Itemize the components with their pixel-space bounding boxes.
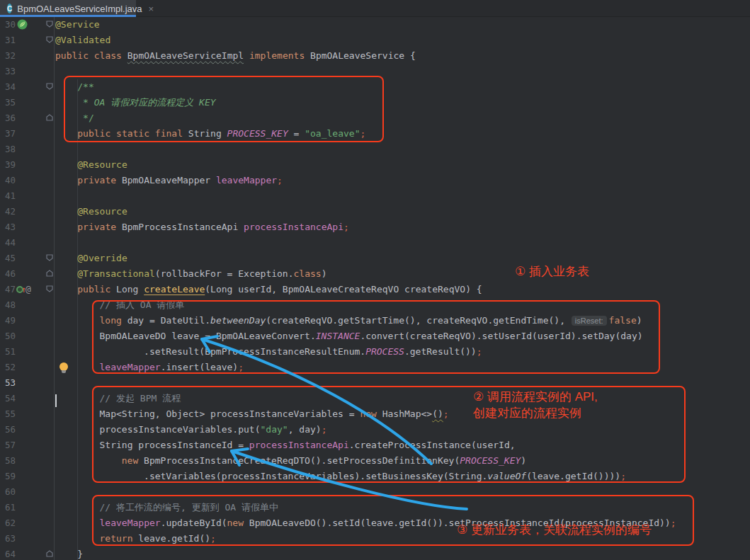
gutter-line-40[interactable]: 40 [0,173,54,188]
gutter-line-47[interactable]: 47↑@ [0,282,54,297]
gutter-line-59[interactable]: 59 [0,469,54,484]
code-line-62[interactable]: leaveMapper.updateById(new BpmOALeaveDO(… [100,515,676,531]
line-number[interactable]: 56 [0,422,16,438]
gutter-line-44[interactable]: 44 [0,235,54,251]
line-number[interactable]: 58 [0,453,16,469]
code-line-48[interactable]: // 插入 OA 请假单 [100,297,185,313]
gutter-line-63[interactable]: 63 [0,531,54,547]
line-number[interactable]: 55 [0,406,16,422]
gutter-line-36[interactable]: 36 [0,110,54,126]
line-number[interactable]: 31 [0,33,16,48]
code-line-45[interactable]: @Override [77,251,127,266]
code-line-37[interactable]: public static final String PROCESS_KEY =… [77,126,365,142]
code-line-64[interactable]: } [77,547,83,560]
gutter-line-56[interactable]: 56 [0,422,54,438]
line-number[interactable]: 33 [0,64,16,79]
gutter-line-45[interactable]: 45 [0,251,54,266]
code-line-56[interactable]: processInstanceVariables.put("day", day)… [100,422,327,438]
line-number[interactable]: 52 [0,360,16,375]
line-number[interactable]: 45 [0,251,16,266]
gutter-line-54[interactable]: 54 [0,391,54,406]
line-number[interactable]: 42 [0,204,16,219]
line-number[interactable]: 62 [0,515,16,531]
line-number[interactable]: 53 [0,375,16,391]
intention-bulb-icon[interactable] [59,362,68,371]
line-number[interactable]: 57 [0,438,16,453]
gutter-line-31[interactable]: 31 [0,33,54,48]
code-line-40[interactable]: private BpmOALeaveMapper leaveMapper; [77,173,283,188]
gutter-line-48[interactable]: 48 [0,297,54,313]
line-number[interactable]: 51 [0,344,16,360]
gutter-line-55[interactable]: 55 [0,406,54,422]
code-line-31[interactable]: @Validated [55,33,110,48]
gutter-line-57[interactable]: 57 [0,438,54,453]
gutter-line-34[interactable]: 34 [0,79,54,95]
gutter-line-53[interactable]: 53 [0,375,54,391]
code-line-55[interactable]: Map<String, Object> processInstanceVaria… [100,406,449,422]
line-number[interactable]: 48 [0,297,16,313]
line-number[interactable]: 44 [0,235,16,251]
gutter-line-37[interactable]: 37 [0,126,54,142]
gutter-line-52[interactable]: 52 [0,360,54,375]
line-number[interactable]: 35 [0,95,16,110]
code-line-36[interactable]: */ [77,110,93,126]
line-number[interactable]: 64 [0,547,16,560]
gutter-line-60[interactable]: 60 [0,484,54,500]
gutter-line-32[interactable]: 32 [0,48,54,64]
gutter-line-64[interactable]: 64 [0,547,54,560]
gutter-line-61[interactable]: 61 [0,500,54,515]
code-line-47[interactable]: public Long createLeave(Long userId, Bpm… [77,282,482,297]
gutter-line-39[interactable]: 39 [0,157,54,173]
code-line-58[interactable]: new BpmProcessInstanceCreateReqDTO().set… [122,453,526,469]
code-line-52[interactable]: leaveMapper.insert(leave); [100,360,244,375]
code-line-61[interactable]: // 将工作流的编号, 更新到 OA 请假单中 [100,500,278,515]
gutter-line-49[interactable]: 49 [0,313,54,328]
line-number[interactable]: 32 [0,48,16,64]
code-line-63[interactable]: return leave.getId(); [100,531,216,547]
code-line-43[interactable]: private BpmProcessInstanceApi processIns… [77,219,349,235]
tab-close-icon[interactable]: × [149,4,154,14]
line-number[interactable]: 47 [0,282,16,297]
line-number[interactable]: 43 [0,219,16,235]
gutter-line-30[interactable]: 30 [0,17,54,33]
line-number[interactable]: 40 [0,173,16,188]
gutter-line-38[interactable]: 38 [0,142,54,157]
code-line-34[interactable]: /** [77,79,93,95]
gutter-line-41[interactable]: 41 [0,188,54,204]
line-number[interactable]: 36 [0,110,16,126]
code-line-57[interactable]: String processInstanceId = processInstan… [100,438,516,453]
line-number[interactable]: 59 [0,469,16,484]
code-line-51[interactable]: .setResult(BpmProcessInstanceResultEnum.… [144,344,482,360]
gutter-line-33[interactable]: 33 [0,64,54,79]
code-line-49[interactable]: long day = DateUtil.betweenDay(createReq… [100,313,642,328]
gutter-line-42[interactable]: 42 [0,204,54,219]
gutter-line-46[interactable]: 46 [0,266,54,282]
code-line-50[interactable]: BpmOALeaveDO leave = BpmOALeaveConvert.I… [100,328,643,344]
gutter-line-50[interactable]: 50 [0,328,54,344]
gutter-line-43[interactable]: 43 [0,219,54,235]
gutter-line-58[interactable]: 58 [0,453,54,469]
code-editor[interactable]: 303132333435363738394041424344454647↑@48… [0,17,750,560]
gutter-line-62[interactable]: 62 [0,515,54,531]
line-number[interactable]: 60 [0,484,16,500]
gutter-line-51[interactable]: 51 [0,344,54,360]
code-line-46[interactable]: @Transactional(rollbackFor = Exception.c… [77,266,326,282]
gutter-line-35[interactable]: 35 [0,95,54,110]
code-line-35[interactable]: * OA 请假对应的流程定义 KEY [77,95,215,110]
line-number[interactable]: 61 [0,500,16,515]
line-number[interactable]: 50 [0,328,16,344]
line-number[interactable]: 37 [0,126,16,142]
line-number[interactable]: 30 [0,17,16,33]
line-number[interactable]: 63 [0,531,16,547]
code-line-42[interactable]: @Resource [77,204,127,219]
line-number[interactable]: 34 [0,79,16,95]
code-line-59[interactable]: .setVariables(processInstanceVariables).… [144,469,626,484]
line-number[interactable]: 39 [0,157,16,173]
line-number[interactable]: 49 [0,313,16,328]
code-line-30[interactable]: @Service [55,17,100,33]
code-line-39[interactable]: @Resource [77,157,127,173]
code-line-54[interactable]: // 发起 BPM 流程 [100,391,181,406]
line-number[interactable]: 41 [0,188,16,204]
code-line-32[interactable]: public class BpmOALeaveServiceImpl imple… [55,48,416,64]
line-number[interactable]: 38 [0,142,16,157]
